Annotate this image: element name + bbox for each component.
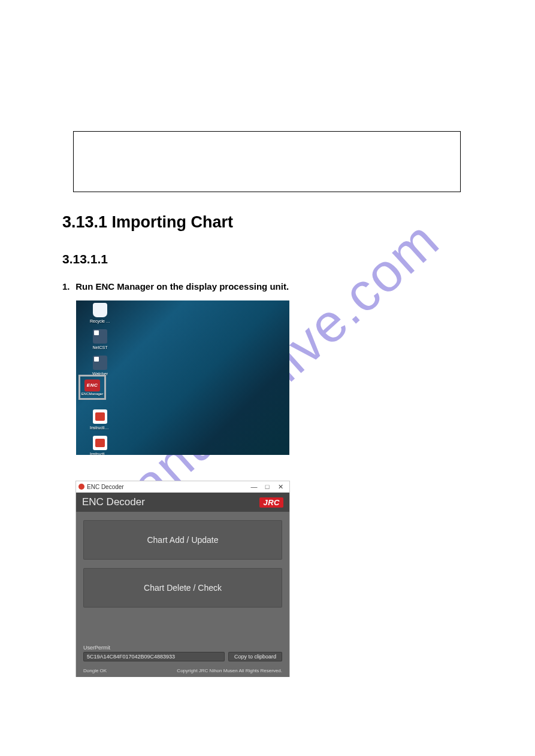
desktop-icon-label: Instructions.. bbox=[90, 425, 110, 430]
step-text: Run ENC Manager on the display processin… bbox=[75, 281, 289, 292]
chart-delete-check-button[interactable]: Chart Delete / Check bbox=[83, 568, 282, 608]
empty-box bbox=[73, 131, 461, 192]
desktop-icon-instructions-2[interactable]: Instructions.. bbox=[82, 436, 118, 455]
userpermit-field[interactable]: 5C19A14C84F017042B09C4883933 bbox=[83, 652, 225, 661]
heading-3-13-1: 3.13.1 Importing Chart bbox=[62, 213, 233, 232]
pdf-icon bbox=[93, 409, 107, 424]
recycle-bin-icon bbox=[93, 303, 107, 317]
window-header: ENC Decoder JRC bbox=[76, 493, 289, 512]
window-titlebar[interactable]: ENC Decoder — □ ✕ bbox=[76, 481, 289, 493]
window-title: ENC Decoder bbox=[87, 484, 124, 490]
desktop-icon-label: Recycle Bin bbox=[90, 318, 110, 324]
desktop-icon-recycle-bin[interactable]: Recycle Bin bbox=[82, 303, 118, 329]
copyright-text: Copyright JRC Nihon Musen All Rights Res… bbox=[177, 668, 282, 673]
desktop-icon-label: NetCST bbox=[90, 345, 110, 350]
desktop-icon-encmanager[interactable]: ENC ENCManager bbox=[78, 375, 106, 400]
heading-3-13-1-1: 3.13.1.1 bbox=[62, 252, 108, 266]
desktop-icon-netcst[interactable]: NetCST bbox=[82, 329, 118, 356]
userpermit-label: UserPermit bbox=[83, 645, 282, 651]
app-icon bbox=[93, 356, 107, 370]
minimize-button[interactable]: — bbox=[247, 481, 261, 492]
desktop-icon-label: Instructions.. bbox=[90, 451, 110, 455]
step-number: 1. bbox=[62, 281, 73, 292]
brand-badge: JRC bbox=[259, 497, 283, 508]
pdf-icon bbox=[93, 436, 107, 450]
app-icon bbox=[93, 329, 107, 344]
step-1-line: 1. Run ENC Manager on the display proces… bbox=[62, 281, 289, 292]
close-button[interactable]: ✕ bbox=[274, 481, 287, 492]
enc-icon: ENC bbox=[84, 379, 100, 391]
maximize-button[interactable]: □ bbox=[261, 481, 274, 492]
desktop-icon-instructions-1[interactable]: Instructions.. bbox=[82, 409, 118, 436]
app-title: ENC Decoder bbox=[82, 496, 145, 508]
app-icon bbox=[78, 484, 84, 490]
desktop-icon-label: ENCManager bbox=[81, 392, 103, 396]
copy-to-clipboard-button[interactable]: Copy to clipboard bbox=[228, 652, 282, 661]
desktop-screenshot: Recycle Bin NetCST Watcher Instructions.… bbox=[76, 300, 289, 455]
chart-add-update-button[interactable]: Chart Add / Update bbox=[83, 520, 282, 560]
enc-decoder-window: ENC Decoder — □ ✕ ENC Decoder JRC Chart … bbox=[76, 481, 289, 676]
dongle-status: Dongle OK bbox=[83, 668, 107, 673]
